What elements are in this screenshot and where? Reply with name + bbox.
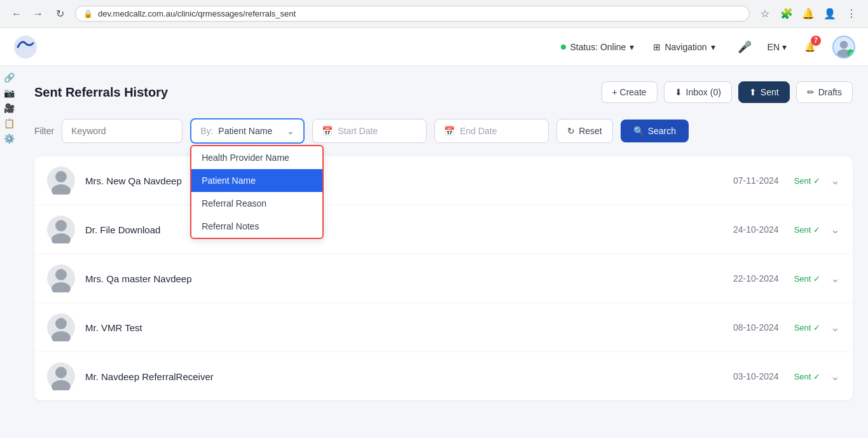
profile-icon[interactable]: 👤 (821, 5, 839, 23)
keyword-input[interactable] (62, 119, 183, 143)
search-icon: 🔍 (633, 126, 644, 136)
browser-action-icons: ☆ 🧩 🔔 👤 ⋮ (756, 5, 860, 23)
lang-label: EN (768, 42, 780, 52)
forward-button[interactable]: → (29, 5, 47, 23)
referral-date: 08-10-2024 (733, 322, 779, 332)
extension-icon-2[interactable]: 🔔 (799, 5, 817, 23)
status-badge: Sent ✓ (794, 225, 820, 235)
browser-chrome: ← → ↻ 🔒 dev.medcallz.com.au/clinic/qrmes… (0, 0, 868, 28)
notification-button[interactable]: 🔔 7 (799, 37, 820, 57)
status-badge[interactable]: Status: Online ▾ (561, 42, 634, 52)
start-date-label: Start Date (338, 126, 378, 136)
end-date-input[interactable]: 📅 End Date (434, 119, 549, 143)
avatar (47, 216, 75, 243)
extension-icon-1[interactable]: 🧩 (778, 5, 796, 23)
svg-point-6 (52, 184, 71, 195)
dropdown-item-referral-notes[interactable]: Referral Notes (191, 215, 322, 238)
table-row: Dr. File Download 24-10-2024 Sent ✓ ⌄ (34, 205, 853, 254)
svg-point-14 (52, 380, 71, 390)
filter-selected-value: Patient Name (218, 126, 272, 136)
svg-point-1 (840, 41, 848, 48)
referral-date: 03-10-2024 (733, 371, 779, 381)
sidebar-video-icon[interactable]: 🎥 (3, 102, 15, 114)
calendar-icon-start: 📅 (322, 126, 333, 136)
dropdown-item-referral-reason[interactable]: Referral Reason (191, 192, 322, 215)
table-row: Mr. VMR Test 08-10-2024 Sent ✓ ⌄ (34, 303, 853, 352)
navigation-button[interactable]: ⊞ Navigation ▾ (647, 38, 721, 56)
sent-button[interactable]: ⬆ Sent (738, 81, 790, 103)
patient-name: Mr. VMR Test (85, 322, 733, 333)
avatar (47, 362, 75, 390)
avatar (47, 313, 75, 341)
inbox-button[interactable]: ⬇ Inbox (0) (664, 81, 732, 103)
avatar (47, 264, 75, 292)
navigation-label: Navigation (665, 42, 706, 52)
dropdown-item-health-provider[interactable]: Health Provider Name (191, 146, 322, 169)
sidebar-link-icon[interactable]: 🔗 (3, 71, 15, 84)
referral-date: 07-11-2024 (733, 175, 779, 186)
reload-button[interactable]: ↻ (51, 5, 69, 23)
referral-date: 22-10-2024 (733, 273, 779, 284)
star-icon[interactable]: ☆ (756, 5, 774, 23)
status-dot (561, 44, 566, 50)
inbox-icon: ⬇ (675, 87, 682, 97)
svg-point-7 (55, 220, 67, 231)
dropdown-item-patient-name[interactable]: Patient Name (191, 169, 322, 192)
create-button[interactable]: + Create (602, 81, 658, 103)
status-badge: Sent ✓ (794, 372, 820, 381)
expand-icon[interactable]: ⌄ (830, 320, 840, 334)
expand-icon[interactable]: ⌄ (830, 222, 840, 236)
by-label: By: (200, 126, 213, 136)
sidebar-clipboard-icon[interactable]: 📋 (3, 117, 15, 130)
header-actions: + Create ⬇ Inbox (0) ⬆ Sent ✏ Drafts (602, 81, 853, 103)
menu-icon[interactable]: ⋮ (843, 5, 860, 23)
calendar-icon-end: 📅 (444, 126, 455, 136)
microphone-button[interactable]: 🎤 (734, 37, 755, 57)
expand-icon[interactable]: ⌄ (830, 271, 840, 285)
filter-dropdown-button[interactable]: By: Patient Name ⌄ (190, 118, 305, 144)
status-chevron-icon: ▾ (630, 42, 634, 52)
svg-point-5 (55, 171, 67, 182)
lock-icon: 🔒 (83, 10, 93, 18)
drafts-icon: ✏ (807, 87, 815, 97)
lang-chevron-icon: ▾ (782, 42, 787, 52)
search-button[interactable]: 🔍 Search (621, 120, 689, 142)
table-row: Mrs. Qa master Navdeep 22-10-2024 Sent ✓… (34, 254, 853, 303)
end-date-label: End Date (460, 126, 497, 136)
sidebar-settings-icon[interactable]: ⚙️ (3, 132, 15, 145)
address-bar[interactable]: 🔒 dev.medcallz.com.au/clinic/qrmessages/… (75, 6, 750, 22)
filter-dropdown-container: By: Patient Name ⌄ Health Provider Name … (190, 118, 305, 144)
language-button[interactable]: EN ▾ (768, 42, 787, 52)
svg-point-10 (52, 282, 71, 292)
page-title: Sent Referrals History (34, 85, 168, 100)
expand-icon[interactable]: ⌄ (830, 369, 840, 383)
reset-icon: ↻ (567, 126, 575, 136)
filter-bar: Filter By: Patient Name ⌄ Health Provide… (34, 118, 853, 144)
patient-name: Mrs. New Qa Navdeep (85, 175, 733, 186)
sidebar-camera-icon[interactable]: 📷 (3, 86, 15, 99)
svg-point-12 (52, 331, 71, 341)
status-badge: Sent ✓ (794, 274, 820, 284)
patient-name: Mrs. Qa master Navdeep (85, 273, 733, 284)
user-avatar[interactable]: ✓ (832, 36, 855, 58)
header-right-section: Status: Online ▾ ⊞ Navigation ▾ 🎤 EN ▾ 🔔… (561, 36, 855, 58)
app-logo[interactable] (13, 34, 38, 60)
expand-icon[interactable]: ⌄ (830, 174, 840, 188)
page-header: Sent Referrals History + Create ⬇ Inbox … (34, 81, 853, 103)
reset-button[interactable]: ↻ Reset (556, 119, 613, 143)
svg-point-13 (55, 367, 67, 378)
patient-name: Mr. Navdeep ReferralReceiver (85, 371, 733, 382)
drafts-button[interactable]: ✏ Drafts (796, 81, 853, 103)
nav-chevron-icon: ▾ (711, 42, 715, 52)
filter-dropdown-menu: Health Provider Name Patient Name Referr… (190, 145, 324, 239)
svg-point-9 (55, 269, 67, 280)
patient-name: Dr. File Download (85, 224, 733, 235)
back-button[interactable]: ← (8, 5, 25, 23)
svg-text:✓: ✓ (849, 51, 853, 56)
status-badge: Sent ✓ (794, 176, 820, 186)
start-date-input[interactable]: 📅 Start Date (312, 119, 427, 143)
status-label: Status: Online (570, 42, 626, 52)
avatar (47, 167, 75, 195)
sent-icon: ⬆ (749, 87, 757, 97)
referral-date: 24-10-2024 (733, 224, 779, 235)
